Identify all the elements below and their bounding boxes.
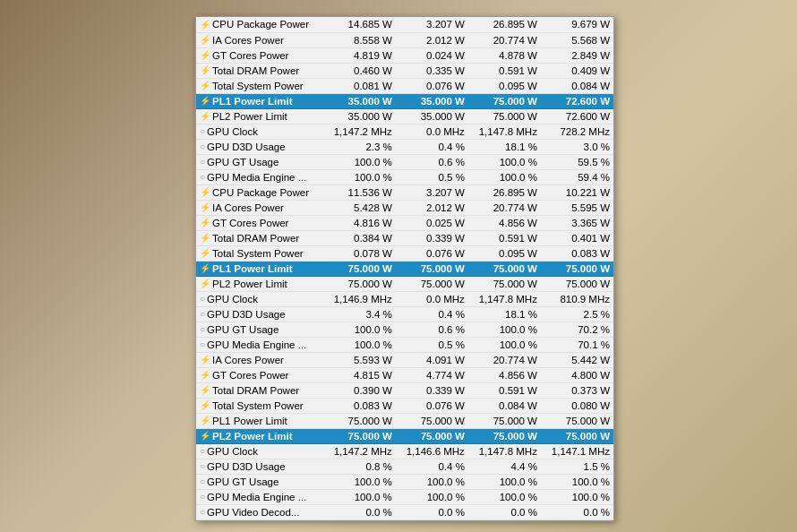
metric-value-4: 0.409 W	[541, 63, 613, 78]
metric-value-1: 75.000 W	[323, 413, 396, 428]
metric-value-4: 3.365 W	[541, 215, 613, 230]
metric-value-2: 0.4 %	[396, 139, 468, 154]
metric-value-2: 0.339 W	[396, 382, 468, 398]
metric-value-2: 0.076 W	[396, 398, 468, 413]
metric-value-1: 35.000 W	[323, 93, 396, 108]
table-row: ⚡GT Cores Power 4.816 W 0.025 W 4.856 W …	[196, 215, 613, 230]
metric-value-2: 0.4 %	[396, 459, 468, 474]
metric-name: ⚡GT Cores Power	[196, 47, 323, 63]
metric-value-2: 3.207 W	[396, 17, 468, 32]
table-row: ⚡PL2 Power Limit 75.000 W 75.000 W 75.00…	[196, 428, 613, 443]
power-icon: ⚡	[200, 96, 210, 106]
metric-value-1: 2.3 %	[323, 139, 396, 154]
metric-value-3: 75.000 W	[468, 276, 541, 291]
circle-icon: ○	[200, 507, 205, 517]
metric-value-2: 0.335 W	[396, 63, 468, 78]
circle-icon: ○	[200, 294, 205, 304]
metric-value-4: 2.5 %	[541, 306, 613, 322]
metric-value-3: 1,147.8 MHz	[468, 291, 541, 306]
table-row: ○GPU D3D Usage 0.8 % 0.4 % 4.4 % 1.5 %	[196, 459, 613, 474]
table-row: ○GPU Clock 1,147.2 MHz 1,146.6 MHz 1,147…	[196, 443, 613, 459]
metric-value-2: 0.6 %	[396, 154, 468, 169]
metrics-table: ⚡CPU Package Power 14.685 W 3.207 W 26.8…	[196, 17, 613, 520]
metric-value-2: 0.0 MHz	[396, 124, 468, 139]
table-row: ⚡IA Cores Power 5.593 W 4.091 W 20.774 W…	[196, 352, 613, 367]
metric-name: ○GPU Video Decod...	[196, 504, 323, 519]
metric-value-1: 1,147.2 MHz	[323, 443, 396, 459]
metric-value-2: 0.4 %	[396, 306, 468, 322]
metric-name: ⚡GT Cores Power	[196, 367, 323, 382]
metric-value-1: 100.0 %	[323, 169, 396, 184]
power-icon: ⚡	[200, 65, 210, 75]
metric-value-3: 100.0 %	[468, 322, 541, 337]
metric-name: ⚡Total DRAM Power	[196, 230, 323, 245]
metric-value-1: 100.0 %	[323, 154, 396, 169]
table-row: ⚡CPU Package Power 11.536 W 3.207 W 26.8…	[196, 184, 613, 200]
metric-value-1: 0.460 W	[323, 63, 396, 78]
metric-value-1: 100.0 %	[323, 337, 396, 352]
metric-name: ⚡Total System Power	[196, 78, 323, 93]
metric-value-3: 20.774 W	[468, 352, 541, 367]
metric-value-3: 20.774 W	[468, 200, 541, 215]
metric-value-4: 0.373 W	[541, 382, 613, 398]
metric-value-4: 5.595 W	[541, 200, 613, 215]
metric-value-3: 4.878 W	[468, 47, 541, 63]
table-row: ⚡PL1 Power Limit 75.000 W 75.000 W 75.00…	[196, 261, 613, 276]
power-icon: ⚡	[200, 416, 210, 425]
metric-value-1: 100.0 %	[323, 474, 396, 489]
circle-icon: ○	[200, 324, 205, 334]
metric-value-2: 35.000 W	[396, 108, 468, 124]
metric-value-3: 18.1 %	[468, 139, 541, 154]
metric-value-4: 100.0 %	[541, 489, 613, 504]
metric-name: ⚡IA Cores Power	[196, 200, 323, 215]
metric-value-1: 0.081 W	[323, 78, 396, 93]
metric-value-1: 0.8 %	[323, 459, 396, 474]
power-icon: ⚡	[200, 233, 210, 243]
power-icon: ⚡	[200, 279, 210, 288]
metric-value-1: 4.819 W	[323, 47, 396, 63]
circle-icon: ○	[200, 142, 205, 151]
circle-icon: ○	[200, 172, 205, 182]
circle-icon: ○	[200, 309, 205, 319]
power-icon: ⚡	[200, 431, 210, 441]
metric-value-4: 59.5 %	[541, 154, 613, 169]
metric-value-3: 1,147.8 MHz	[468, 124, 541, 139]
metric-value-2: 0.0 %	[396, 504, 468, 519]
metric-value-1: 4.815 W	[323, 367, 396, 382]
metric-value-4: 75.000 W	[541, 276, 613, 291]
metric-value-3: 100.0 %	[468, 474, 541, 489]
metric-name: ⚡PL1 Power Limit	[196, 413, 323, 428]
table-row: ⚡PL2 Power Limit 35.000 W 35.000 W 75.00…	[196, 108, 613, 124]
power-icon: ⚡	[200, 385, 210, 395]
metric-name: ○GPU Media Engine ...	[196, 337, 323, 352]
metric-value-1: 0.390 W	[323, 382, 396, 398]
table-row: ○GPU Media Engine ... 100.0 % 0.5 % 100.…	[196, 337, 613, 352]
metric-value-1: 5.593 W	[323, 352, 396, 367]
circle-icon: ○	[200, 339, 205, 349]
metric-value-2: 0.0 MHz	[396, 291, 468, 306]
metric-value-4: 3.0 %	[541, 139, 613, 154]
metric-name: ○GPU D3D Usage	[196, 459, 323, 474]
metric-name: ⚡IA Cores Power	[196, 32, 323, 47]
table-row: ⚡CPU Package Power 14.685 W 3.207 W 26.8…	[196, 17, 613, 32]
metric-name: ⚡CPU Package Power	[196, 184, 323, 200]
metric-value-4: 59.4 %	[541, 169, 613, 184]
metric-value-4: 5.568 W	[541, 32, 613, 47]
table-row: ⚡Total System Power 0.083 W 0.076 W 0.08…	[196, 398, 613, 413]
metric-value-2: 0.024 W	[396, 47, 468, 63]
metric-value-4: 10.221 W	[541, 184, 613, 200]
metric-value-4: 4.800 W	[541, 367, 613, 382]
table-row: ○GPU GT Usage 100.0 % 100.0 % 100.0 % 10…	[196, 474, 613, 489]
metric-value-1: 11.536 W	[323, 184, 396, 200]
table-row: ○GPU D3D Usage 3.4 % 0.4 % 18.1 % 2.5 %	[196, 306, 613, 322]
table-row: ○GPU Clock 1,146.9 MHz 0.0 MHz 1,147.8 M…	[196, 291, 613, 306]
metric-value-2: 75.000 W	[396, 276, 468, 291]
metric-value-3: 75.000 W	[468, 261, 541, 276]
power-icon: ⚡	[200, 187, 210, 197]
table-row: ⚡Total DRAM Power 0.460 W 0.335 W 0.591 …	[196, 63, 613, 78]
metric-value-2: 75.000 W	[396, 261, 468, 276]
metric-value-4: 75.000 W	[541, 428, 613, 443]
metric-value-3: 4.856 W	[468, 215, 541, 230]
metric-name: ○GPU D3D Usage	[196, 139, 323, 154]
metric-value-4: 70.1 %	[541, 337, 613, 352]
